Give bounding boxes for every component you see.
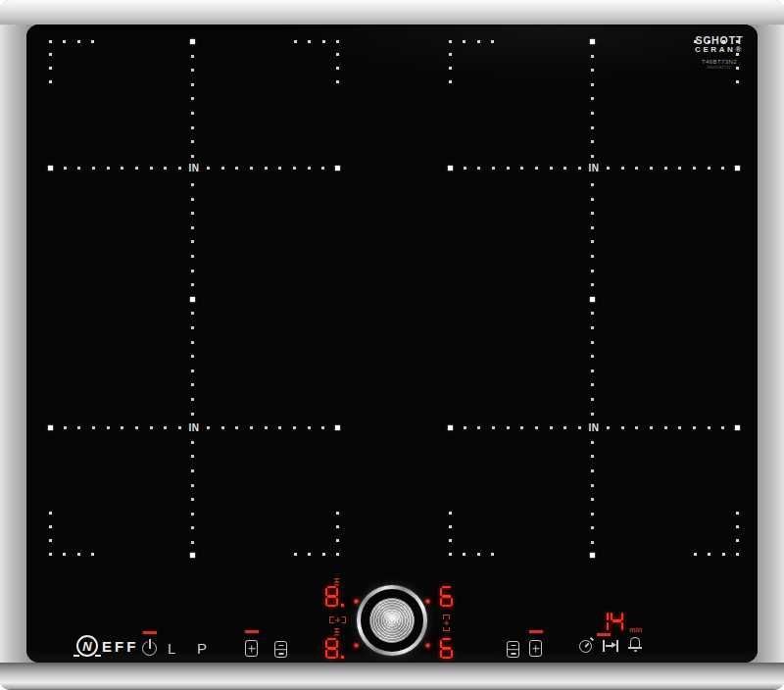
alarm-button[interactable] [628, 637, 642, 653]
zone-corner-mark [736, 53, 739, 83]
zone-corner-mark [449, 512, 452, 542]
child-lock-button[interactable]: L [168, 640, 175, 657]
zone-select-dot [425, 643, 430, 648]
timer-display [596, 611, 625, 631]
zone-dot [335, 166, 340, 171]
zone-dot [48, 166, 53, 171]
zone-split-icon [507, 641, 519, 658]
power-boost-button[interactable]: P [197, 640, 207, 657]
induction-marker: IN [584, 163, 605, 173]
zone-split-icon [274, 641, 287, 658]
zone-corner-mark [49, 512, 52, 542]
cook-time-end-button[interactable] [603, 639, 618, 653]
zone-plus-icon [245, 640, 258, 657]
zone-dot [190, 297, 195, 302]
twistpad-gap-ring [361, 589, 423, 652]
zone-dot [590, 297, 595, 302]
zone-corner-mark [49, 40, 94, 43]
zone-corner-mark [449, 53, 452, 83]
bridge-zones-icon [443, 615, 450, 631]
induction-marker: IN [184, 163, 205, 173]
zone-dot [48, 425, 53, 430]
frame-top [0, 0, 784, 25]
zone-corner-mark [694, 553, 739, 556]
zone-select-dot [354, 599, 359, 604]
zone-select-dot [425, 599, 430, 604]
zone-corner-mark [449, 553, 494, 556]
serial-code: 9001032712 [689, 66, 750, 70]
hi-indicator-left-front: HI [332, 628, 341, 637]
zone-plus-icon [529, 640, 542, 657]
bridge-left-indicator-line [245, 630, 259, 633]
ceramic-glass-surface [26, 25, 758, 663]
zone-select-dot [354, 643, 359, 648]
timer-unit-label: min [629, 625, 642, 634]
zone-dot [448, 166, 453, 171]
zone-corner-mark [294, 40, 339, 43]
zone-dot [448, 425, 453, 430]
zone-corner-mark [336, 512, 339, 542]
zone-corner-mark [694, 40, 739, 43]
zone-corner-mark [49, 553, 94, 556]
power-icon [142, 641, 157, 656]
zone-dot [190, 553, 195, 558]
flex-right-button[interactable] [507, 641, 519, 658]
neff-logo-circle: N [76, 635, 98, 657]
zone-dot [590, 39, 595, 44]
timer-indicator-line [597, 633, 611, 636]
time-end-icon [603, 639, 618, 653]
twistpad-disc [369, 598, 415, 643]
induction-hob: SCHOTT CERAN® T46BT73N2 9001032712 IN IN [0, 0, 784, 690]
ceran-text: CERAN® [689, 46, 750, 54]
zone-corner-mark [49, 53, 52, 83]
neff-logo: N EFF [76, 635, 138, 657]
frame-left [0, 0, 26, 690]
display-right-front [440, 638, 455, 659]
induction-marker: IN [584, 422, 605, 433]
display-left-back [325, 586, 344, 607]
zone-dot [590, 553, 595, 558]
display-left-front [325, 638, 344, 659]
zone-corner-mark [336, 53, 339, 83]
zone-dot [735, 166, 740, 171]
bell-icon [628, 637, 642, 653]
display-right-back [440, 586, 455, 607]
zone-dot [335, 425, 340, 430]
frame-right [758, 0, 784, 690]
kitchen-timer-button[interactable] [579, 637, 595, 653]
zone-corner-mark [449, 40, 494, 43]
bridge-right-indicator-line [529, 630, 543, 633]
zone-corner-mark [294, 553, 339, 556]
zone-dot [190, 39, 195, 44]
twistpad-knob[interactable] [357, 585, 427, 656]
bridge-left-button[interactable] [245, 640, 258, 657]
neff-letters: EFF [102, 638, 138, 655]
frame-bottom [0, 663, 784, 690]
power-indicator-line [143, 631, 157, 634]
bridge-zones-icon [329, 616, 346, 623]
bridge-right-button[interactable] [529, 640, 542, 657]
induction-marker: IN [184, 422, 205, 433]
zone-corner-mark [736, 512, 739, 542]
power-button[interactable] [142, 641, 157, 656]
flex-left-button[interactable] [274, 641, 287, 658]
stopwatch-icon [579, 637, 595, 653]
zone-dot [735, 425, 740, 430]
neff-initial: N [82, 639, 91, 654]
